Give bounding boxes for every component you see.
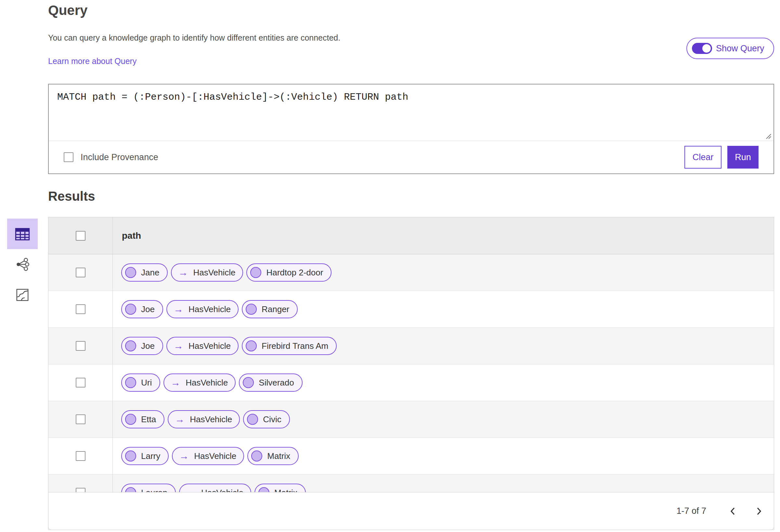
toggle-knob — [702, 44, 711, 53]
arrow-right-icon: → — [179, 451, 189, 461]
include-provenance-label: Include Provenance — [81, 152, 158, 162]
arrow-right-icon: → — [175, 414, 185, 424]
run-button[interactable]: Run — [727, 146, 759, 169]
relationship-label: HasVehicle — [189, 304, 231, 314]
row-select-cell — [48, 438, 113, 474]
person-entity-label: Larry — [141, 451, 160, 461]
vehicle-entity-pill[interactable]: Hardtop 2-door — [246, 263, 332, 281]
relationship-pill[interactable]: → HasVehicle — [163, 373, 236, 392]
relationship-pill[interactable]: → HasVehicle — [166, 337, 239, 355]
path-cell: Lauren → HasVehicle Matrix — [113, 475, 774, 492]
relationship-label: HasVehicle — [186, 378, 228, 388]
arrow-right-icon: → — [186, 488, 196, 492]
person-entity-pill[interactable]: Jane — [121, 263, 168, 281]
row-select-checkbox[interactable] — [76, 488, 86, 492]
query-panel-footer: Include Provenance Clear Run — [49, 141, 774, 173]
entity-node-icon — [125, 414, 136, 425]
vehicle-entity-pill[interactable]: Firebird Trans Am — [242, 337, 337, 355]
next-page-button[interactable] — [752, 503, 765, 519]
relationship-pill[interactable]: → HasVehicle — [172, 447, 244, 465]
query-page: Query You can query a knowledge graph to… — [0, 0, 780, 532]
row-select-cell — [48, 328, 113, 364]
vehicle-entity-pill[interactable]: Silverado — [239, 373, 302, 392]
map-view-icon — [15, 287, 30, 302]
entity-node-icon — [125, 340, 136, 352]
pagination-bar: 1-7 of 7 — [48, 492, 774, 530]
row-select-cell — [48, 364, 113, 401]
row-select-cell — [48, 475, 113, 492]
previous-page-button[interactable] — [726, 503, 739, 519]
arrow-right-icon: → — [174, 341, 183, 351]
table-body: Jane → HasVehicle Hardtop 2-door Joe → H… — [48, 254, 774, 492]
row-select-checkbox[interactable] — [76, 304, 86, 314]
relationship-label: HasVehicle — [201, 488, 243, 492]
person-entity-label: Joe — [141, 341, 155, 351]
learn-more-link[interactable]: Learn more about Query — [48, 56, 137, 66]
view-switcher — [7, 219, 38, 310]
path-cell: Jane → HasVehicle Hardtop 2-door — [113, 254, 774, 291]
show-query-toggle[interactable]: Show Query — [686, 38, 774, 59]
row-select-cell — [48, 291, 113, 327]
results-table: path Jane → HasVehicle Hardtop 2-door — [48, 217, 774, 530]
entity-node-icon — [258, 487, 270, 492]
vehicle-entity-label: Civic — [263, 414, 281, 425]
person-entity-pill[interactable]: Joe — [121, 337, 163, 355]
row-select-cell — [48, 401, 113, 437]
entity-node-icon — [125, 304, 136, 315]
select-all-checkbox[interactable] — [76, 231, 86, 241]
entity-node-icon — [125, 377, 136, 388]
resize-handle-icon[interactable] — [765, 132, 772, 139]
row-select-cell — [48, 254, 113, 291]
relationship-pill[interactable]: → HasVehicle — [166, 300, 239, 318]
clear-button[interactable]: Clear — [684, 146, 722, 169]
row-select-checkbox[interactable] — [76, 451, 86, 461]
vehicle-entity-label: Matrix — [267, 451, 290, 461]
map-view-button[interactable] — [7, 280, 38, 310]
vehicle-entity-pill[interactable]: Matrix — [254, 484, 306, 492]
link-chart-view-icon — [15, 257, 30, 272]
arrow-right-icon: → — [170, 378, 180, 387]
arrow-right-icon: → — [174, 304, 183, 314]
path-cell: Larry → HasVehicle Matrix — [113, 438, 774, 474]
include-provenance-checkbox[interactable] — [64, 152, 74, 162]
pagination-range-label: 1-7 of 7 — [676, 506, 706, 516]
person-entity-label: Joe — [141, 304, 155, 314]
table-row: Uri → HasVehicle Silverado — [48, 364, 774, 401]
row-select-checkbox[interactable] — [76, 268, 86, 277]
entity-node-icon — [125, 450, 136, 462]
path-cell: Uri → HasVehicle Silverado — [113, 364, 774, 401]
vehicle-entity-pill[interactable]: Matrix — [247, 447, 299, 465]
relationship-pill[interactable]: → HasVehicle — [171, 263, 243, 281]
path-cell: Joe → HasVehicle Ranger — [113, 291, 774, 327]
person-entity-pill[interactable]: Uri — [121, 373, 160, 392]
relationship-pill[interactable]: → HasVehicle — [168, 410, 240, 428]
table-header-row: path — [48, 217, 774, 254]
entity-node-icon — [247, 414, 258, 425]
table-row: Jane → HasVehicle Hardtop 2-door — [48, 254, 774, 291]
vehicle-entity-pill[interactable]: Ranger — [242, 300, 298, 318]
row-select-checkbox[interactable] — [76, 341, 86, 351]
vehicle-entity-pill[interactable]: Civic — [243, 410, 290, 428]
toggle-switch-icon[interactable] — [692, 43, 712, 54]
entity-node-icon — [246, 340, 257, 352]
row-select-checkbox[interactable] — [76, 414, 86, 424]
chevron-right-icon — [755, 507, 763, 516]
person-entity-pill[interactable]: Joe — [121, 300, 163, 318]
row-select-checkbox[interactable] — [76, 378, 86, 387]
link-chart-view-button[interactable] — [7, 249, 38, 280]
table-view-icon — [14, 225, 31, 242]
table-row: Joe → HasVehicle Ranger — [48, 291, 774, 328]
person-entity-pill[interactable]: Lauren — [121, 484, 176, 492]
table-row: Lauren → HasVehicle Matrix — [48, 475, 774, 492]
table-view-button[interactable] — [7, 219, 38, 249]
person-entity-pill[interactable]: Larry — [121, 447, 169, 465]
query-input[interactable]: MATCH path = (:Person)-[:HasVehicle]->(:… — [49, 85, 774, 141]
query-editor-area: MATCH path = (:Person)-[:HasVehicle]->(:… — [49, 85, 774, 141]
person-entity-pill[interactable]: Etta — [121, 410, 164, 428]
person-entity-label: Uri — [141, 378, 152, 388]
show-query-label: Show Query — [716, 44, 765, 54]
vehicle-entity-label: Ranger — [262, 304, 289, 314]
entity-node-icon — [125, 487, 136, 492]
relationship-pill[interactable]: → HasVehicle — [179, 484, 251, 492]
person-entity-label: Jane — [141, 268, 159, 278]
